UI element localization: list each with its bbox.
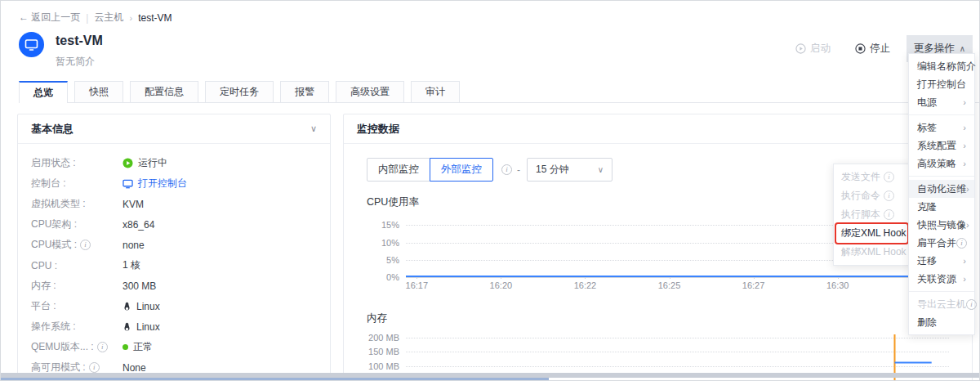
tab-报警[interactable]: 报警 [280,81,329,102]
info-row: CPU模式 :inone [31,235,317,255]
title-block: test-VM 暂无简介 [56,32,103,69]
dash-separator: - [517,164,520,176]
tab-定时任务[interactable]: 定时任务 [205,81,274,102]
info-icon: i [884,209,894,220]
info-value[interactable]: 打开控制台 [122,177,187,190]
monitoring-title: 监控数据 [357,122,399,137]
info-label: 控制台 : [31,177,122,190]
chevron-right-icon: › [966,184,969,194]
start-button[interactable]: 启动 [787,36,839,61]
vm-description: 暂无简介 [56,55,103,69]
info-row: QEMU版本... :i正常 [31,337,317,357]
memory-chart: 内存 0 B50 MB100 MB150 MB200 MB 16:1716:20… [367,312,949,381]
monitor-source-toggle: 内部监控 外部监控 [367,158,493,182]
menu-item-高级策略[interactable]: 高级策略› [909,155,974,173]
chevron-right-icon: › [966,220,969,230]
more-actions-menu: 编辑名称简介打开控制台电源›标签›系统配置›高级策略›自动化运维›克隆快照与镜像… [908,53,975,335]
back-link[interactable]: ← 返回上一页 [19,11,80,25]
submenu-item-解绑XML Hook[interactable]: 解绑XML Hook [834,243,910,262]
info-value: Linux [122,301,160,312]
tab-总览[interactable]: 总览 [19,81,68,102]
time-range-value: 15 分钟 [536,163,569,177]
menu-divider [909,291,974,292]
info-row: 操作系统 :Linux [31,316,317,337]
info-value: KVM [122,199,144,210]
page-header: test-VM 暂无简介 启动 停止 更多操作 ∧ [19,32,973,69]
info-icon: i [956,238,967,249]
chevron-right-icon: › [963,97,966,107]
vm-monitor-icon [19,32,44,57]
info-value: 正常 [122,340,153,354]
y-tick-label: 10% [381,238,399,248]
basic-info-rows: 启用状态 :运行中控制台 :打开控制台虚拟机类型 :KVMCPU架构 :x86_… [18,144,330,381]
back-arrow-icon: ← [19,11,29,23]
y-tick-label: 100 MB [368,361,399,371]
submenu-item-执行命令[interactable]: 执行命令i [834,186,910,205]
info-label: 虚拟机类型 : [31,197,122,211]
tab-配置信息[interactable]: 配置信息 [130,81,198,102]
linux-icon [122,302,131,312]
y-tick-label: 200 MB [368,333,399,343]
info-row: CPU :1 核 [31,255,317,276]
info-icon[interactable]: i [501,164,512,175]
chevron-right-icon: › [963,274,966,284]
submenu-item-执行脚本[interactable]: 执行脚本i [834,205,910,224]
menu-divider [909,114,974,115]
stop-button[interactable]: 停止 [847,36,898,61]
info-value: 1 核 [122,258,140,272]
info-value: 运行中 [122,156,167,170]
menu-item-导出云主机[interactable]: 导出云主机i [909,295,974,313]
info-label: CPU架构 : [31,217,122,231]
info-icon: i [884,172,894,182]
stop-label: 停止 [870,42,890,56]
monitoring-header: 监控数据 [344,114,972,144]
tab-高级设置[interactable]: 高级设置 [336,81,404,102]
external-monitor-button[interactable]: 外部监控 [430,158,493,182]
info-row: 控制台 :打开控制台 [31,173,317,194]
chevron-down-icon[interactable]: ∨ [310,123,317,134]
info-row: 内存 :300 MB [31,276,317,296]
info-label: CPU模式 :i [31,238,122,252]
chevron-down-icon: ∨ [598,165,604,174]
memory-chart-title: 内存 [367,312,949,325]
info-label: 启用状态 : [31,156,122,170]
breadcrumb-current: test-VM [138,12,172,24]
x-tick-label: 16:30 [826,280,849,290]
menu-item-删除[interactable]: 删除 [909,313,974,331]
internal-monitor-button[interactable]: 内部监控 [367,158,430,182]
time-range-select[interactable]: 15 分钟 ∨ [527,158,612,182]
submenu-item-发送文件[interactable]: 发送文件i [834,168,910,186]
info-label: QEMU版本... :i [31,340,122,354]
breadcrumb-separator: | [86,12,88,24]
menu-item-扁平合并[interactable]: 扁平合并i [909,234,974,252]
cpu-chart-x-axis: 16:1716:2016:2216:2516:2716:3016:32 [406,280,949,293]
menu-item-快照与镜像[interactable]: 快照与镜像› [909,216,974,234]
info-row: CPU架构 :x86_64 [31,214,317,235]
basic-info-card: 基本信息 ∨ 启用状态 :运行中控制台 :打开控制台虚拟机类型 :KVMCPU架… [17,114,331,381]
page-title: test-VM [56,32,103,48]
info-value: x86_64 [122,219,154,231]
info-value: None [122,362,146,374]
menu-item-系统配置[interactable]: 系统配置› [909,137,974,155]
breadcrumb-section[interactable]: 云主机 [94,11,123,25]
menu-item-迁移[interactable]: 迁移› [909,252,974,270]
x-tick-label: 16:27 [742,280,765,290]
tab-审计[interactable]: 审计 [411,81,460,102]
menu-item-自动化运维[interactable]: 自动化运维› [909,180,974,198]
menu-item-电源[interactable]: 电源› [909,93,974,111]
info-row: 平台 :Linux [31,296,317,316]
menu-item-关联资源[interactable]: 关联资源› [909,270,974,288]
y-tick-label: 150 MB [368,347,399,356]
submenu-item-绑定XML Hook[interactable]: 绑定XML Hook [834,224,910,243]
info-icon: i [884,190,894,201]
info-row: 虚拟机类型 :KVM [31,194,317,214]
open-console-link: 打开控制台 [138,177,187,190]
menu-item-编辑名称简介[interactable]: 编辑名称简介 [909,57,974,75]
info-icon: i [966,299,977,310]
vm-detail-page: ← 返回上一页 | 云主机 › test-VM test-VM 暂无简介 启动 [0,0,980,381]
menu-item-标签[interactable]: 标签› [909,119,974,137]
tab-快照[interactable]: 快照 [74,81,123,102]
menu-item-打开控制台[interactable]: 打开控制台 [909,75,974,93]
menu-item-克隆[interactable]: 克隆 [909,198,974,216]
info-row: 启用状态 :运行中 [31,153,317,173]
